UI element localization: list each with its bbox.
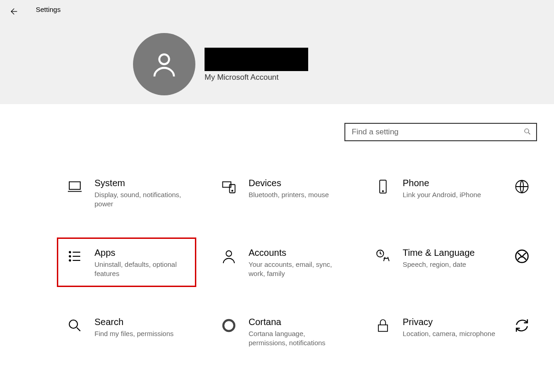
svg-rect-2	[69, 182, 80, 190]
magnifier-icon	[66, 317, 83, 334]
laptop-icon	[66, 178, 83, 195]
sync-icon	[513, 317, 531, 334]
settings-header: Settings arijeetsarkar10@outlook.com My …	[0, 0, 554, 104]
svg-point-1	[525, 129, 529, 133]
tile-desc: Your accounts, email, sync, work, family	[249, 260, 345, 279]
window-title: Settings	[36, 6, 61, 13]
svg-point-7	[382, 191, 383, 192]
globe-icon	[513, 178, 531, 195]
tile-desc: Speech, region, date	[403, 260, 475, 269]
tile-search[interactable]: Search Find my files, permissions	[59, 314, 213, 351]
apps-icon	[66, 248, 83, 265]
tile-title: Search	[94, 317, 174, 327]
svg-point-0	[159, 55, 169, 64]
devices-icon	[220, 178, 238, 195]
profile-block: arijeetsarkar10@outlook.com My Microsoft…	[133, 33, 308, 95]
tile-desc: Uninstall, defaults, optional features	[94, 260, 191, 279]
tile-system[interactable]: System Display, sound, notifications, po…	[59, 175, 213, 212]
tile-title: Devices	[249, 178, 329, 188]
tile-title: Time & Language	[403, 248, 475, 258]
tile-desc: Link your Android, iPhone	[403, 190, 481, 199]
phone-icon	[374, 178, 392, 195]
svg-point-10	[69, 255, 71, 257]
redacted-name	[205, 48, 308, 71]
tile-cortana[interactable]: Cortana Cortana language, permissions, n…	[213, 314, 367, 351]
lock-icon	[374, 317, 392, 334]
tile-apps[interactable]: Apps Uninstall, defaults, optional featu…	[59, 245, 213, 282]
svg-point-15	[69, 320, 78, 328]
tile-time-language[interactable]: Time & Language Speech, region, date	[367, 245, 495, 282]
tile-title: Phone	[403, 178, 481, 188]
search-input[interactable]	[344, 123, 537, 141]
tile-desc: Find my files, permissions	[94, 329, 174, 338]
tile-gaming-partial[interactable]	[495, 245, 541, 282]
person-icon	[220, 248, 238, 265]
cortana-icon	[220, 317, 238, 334]
tile-privacy[interactable]: Privacy Location, camera, microphone	[367, 314, 495, 351]
tile-title: Accounts	[249, 248, 345, 258]
tile-phone[interactable]: Phone Link your Android, iPhone	[367, 175, 495, 212]
svg-point-16	[223, 320, 234, 331]
tile-desc: Cortana language, permissions, notificat…	[249, 329, 345, 348]
svg-point-12	[226, 251, 232, 256]
time-language-icon	[374, 248, 392, 265]
tile-update-partial[interactable]	[495, 314, 541, 351]
svg-point-11	[69, 259, 71, 261]
tile-title: Privacy	[403, 317, 495, 327]
tile-desc: Display, sound, notifications, power	[94, 190, 191, 209]
tile-devices[interactable]: Devices Bluetooth, printers, mouse	[213, 175, 367, 212]
settings-grid: System Display, sound, notifications, po…	[59, 175, 554, 351]
tile-title: Cortana	[249, 317, 345, 327]
tile-desc: Bluetooth, printers, mouse	[249, 190, 329, 199]
search-container	[344, 123, 537, 141]
my-account-link[interactable]: My Microsoft Account	[205, 73, 308, 82]
xbox-icon	[513, 248, 531, 265]
svg-point-9	[69, 251, 71, 253]
svg-point-5	[232, 190, 233, 191]
tile-network-partial[interactable]	[495, 175, 541, 212]
back-button[interactable]	[8, 6, 19, 17]
svg-rect-17	[378, 325, 388, 331]
tile-accounts[interactable]: Accounts Your accounts, email, sync, wor…	[213, 245, 367, 282]
search-icon	[523, 127, 532, 138]
tile-title: Apps	[94, 248, 191, 258]
avatar	[133, 33, 195, 95]
tile-title: System	[94, 178, 191, 188]
tile-desc: Location, camera, microphone	[403, 329, 495, 338]
account-text: arijeetsarkar10@outlook.com My Microsoft…	[205, 33, 308, 82]
